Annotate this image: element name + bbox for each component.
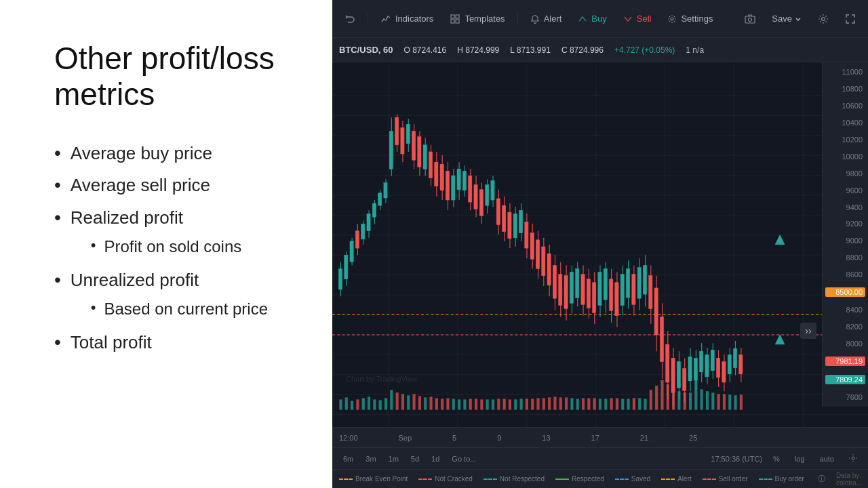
templates-button[interactable]: Templates bbox=[443, 9, 511, 28]
indicators-button[interactable]: Indicators bbox=[374, 9, 440, 28]
indicator-value: 1 n/a bbox=[686, 45, 704, 55]
svg-rect-79 bbox=[462, 171, 466, 190]
svg-rect-169 bbox=[717, 358, 720, 377]
svg-rect-232 bbox=[644, 399, 646, 409]
time-13: 13 bbox=[542, 434, 550, 442]
auto-button[interactable]: auto bbox=[816, 453, 838, 464]
camera-button[interactable] bbox=[738, 9, 762, 28]
chart-panel: Indicators Templates Alert Buy Sell Sett… bbox=[332, 0, 868, 488]
time-25: 25 bbox=[689, 434, 697, 442]
svg-rect-217 bbox=[559, 397, 562, 409]
svg-rect-43 bbox=[361, 224, 365, 239]
svg-rect-219 bbox=[570, 398, 573, 409]
svg-rect-207 bbox=[503, 399, 506, 409]
svg-rect-187 bbox=[390, 390, 393, 409]
goto-button[interactable]: Go to... bbox=[448, 453, 480, 464]
svg-rect-178 bbox=[339, 399, 342, 409]
chart-settings-gear[interactable] bbox=[845, 453, 861, 465]
svg-rect-243 bbox=[706, 391, 709, 409]
svg-rect-249 bbox=[740, 394, 743, 409]
svg-rect-91 bbox=[496, 199, 500, 225]
price-9800: 9800 bbox=[825, 169, 865, 178]
tf-6m[interactable]: 6m bbox=[339, 453, 357, 464]
svg-rect-125 bbox=[593, 283, 596, 313]
price-10400: 10400 bbox=[825, 119, 865, 127]
price-8500: 8500.00 bbox=[825, 287, 865, 297]
bullet-list: Average buy price Average sell price Rea… bbox=[54, 140, 298, 361]
time-21: 21 bbox=[640, 434, 648, 442]
svg-rect-230 bbox=[633, 398, 635, 409]
toolbar: Indicators Templates Alert Buy Sell Sett… bbox=[332, 0, 868, 38]
svg-rect-59 bbox=[406, 124, 410, 143]
tf-3m[interactable]: 3m bbox=[361, 453, 380, 464]
chart-settings-button[interactable] bbox=[811, 9, 835, 28]
svg-rect-41 bbox=[355, 231, 359, 248]
legend-not-cracked: Not Cracked bbox=[418, 475, 473, 483]
price-8400: 8400 bbox=[825, 306, 865, 314]
log-button[interactable]: log bbox=[791, 453, 809, 464]
svg-rect-193 bbox=[424, 397, 427, 409]
price-11000: 11000 bbox=[825, 68, 865, 76]
tf-5d[interactable]: 5d bbox=[407, 453, 423, 464]
left-panel: Other profit/lossmetrics Average buy pri… bbox=[0, 0, 332, 488]
svg-rect-240 bbox=[689, 392, 692, 409]
save-label: Save bbox=[772, 14, 792, 24]
tf-1m[interactable]: 1m bbox=[384, 453, 403, 464]
svg-rect-151 bbox=[666, 344, 669, 382]
buy-label: Buy bbox=[591, 14, 606, 24]
svg-rect-131 bbox=[610, 279, 613, 311]
svg-rect-237 bbox=[672, 387, 675, 409]
legend-sell-order: Sell order bbox=[703, 475, 748, 483]
svg-rect-203 bbox=[480, 399, 483, 409]
price-7809: 7809.24 bbox=[825, 375, 865, 384]
time-1200: 12:00 bbox=[339, 434, 358, 442]
legend-line-sell-order bbox=[703, 479, 716, 480]
svg-rect-189 bbox=[401, 394, 404, 409]
alert-button[interactable]: Alert bbox=[524, 9, 569, 28]
svg-rect-197 bbox=[446, 398, 449, 409]
sub-list-item-sold-coins: Profit on sold coins bbox=[71, 234, 241, 260]
svg-rect-115 bbox=[564, 276, 568, 309]
candlestick-chart bbox=[332, 62, 868, 427]
sell-label: Sell bbox=[637, 14, 652, 24]
price-8800: 8800 bbox=[825, 253, 865, 262]
save-button[interactable]: Save bbox=[765, 10, 808, 27]
svg-rect-209 bbox=[514, 399, 517, 409]
svg-rect-201 bbox=[469, 399, 472, 409]
svg-rect-1 bbox=[456, 15, 459, 18]
legend-line-respected bbox=[555, 479, 569, 480]
svg-rect-71 bbox=[440, 164, 443, 190]
svg-rect-196 bbox=[441, 399, 443, 409]
svg-rect-213 bbox=[536, 398, 539, 409]
chart-expand-button[interactable]: ›› bbox=[800, 323, 816, 339]
undo-button[interactable] bbox=[338, 9, 362, 28]
tf-1d[interactable]: 1d bbox=[427, 453, 443, 464]
svg-rect-234 bbox=[655, 386, 658, 410]
svg-rect-192 bbox=[418, 396, 421, 409]
legend-info-icon[interactable]: ⓘ bbox=[818, 474, 825, 484]
price-scale: 11000 10800 10600 10400 10200 10000 9800… bbox=[822, 62, 868, 407]
svg-rect-210 bbox=[520, 399, 523, 409]
sell-button[interactable]: Sell bbox=[616, 9, 658, 28]
legend-label-buy-order: Buy order bbox=[775, 475, 804, 483]
list-item-realized: Realized profit Profit on sold coins bbox=[54, 204, 298, 262]
svg-rect-247 bbox=[728, 394, 731, 409]
svg-rect-155 bbox=[677, 362, 680, 388]
percent-button[interactable]: % bbox=[769, 453, 784, 464]
svg-rect-180 bbox=[351, 401, 353, 409]
legend-break-even: Break Even Point bbox=[339, 475, 408, 483]
svg-rect-147 bbox=[654, 288, 658, 335]
symbol-name[interactable]: BTC/USD, 60 bbox=[339, 45, 393, 55]
svg-rect-95 bbox=[508, 212, 511, 239]
legend-respected: Respected bbox=[555, 475, 604, 483]
fullscreen-button[interactable] bbox=[838, 9, 863, 28]
settings-button[interactable]: Settings bbox=[660, 9, 719, 28]
svg-rect-206 bbox=[497, 399, 500, 409]
svg-rect-204 bbox=[486, 399, 489, 409]
svg-rect-5 bbox=[745, 16, 755, 23]
price-8200: 8200 bbox=[825, 323, 865, 331]
chart-area[interactable]: Chart by TradingView ›› 11000 10800 1060… bbox=[332, 62, 868, 427]
svg-rect-113 bbox=[559, 274, 562, 306]
buy-button[interactable]: Buy bbox=[571, 9, 613, 28]
time-17: 17 bbox=[591, 434, 599, 442]
